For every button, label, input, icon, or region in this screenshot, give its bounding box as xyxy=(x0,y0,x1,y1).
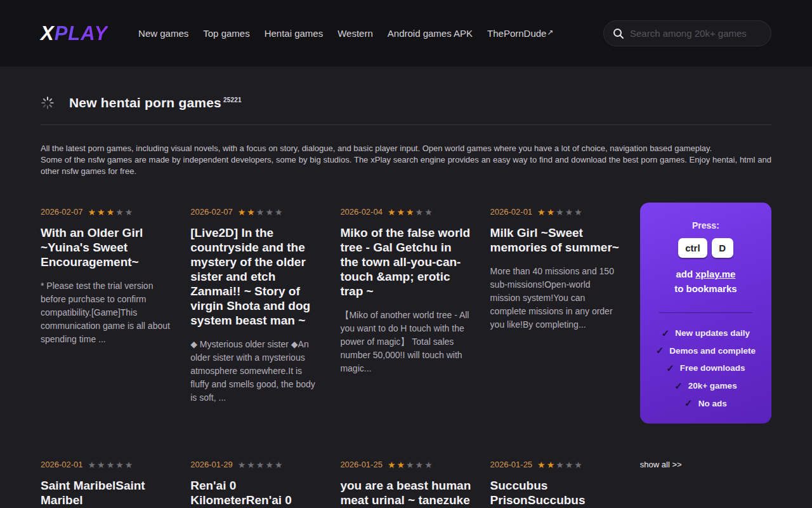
card-meta: 2026-01-25★★★★★ xyxy=(490,460,622,469)
star-filled-icon: ★ xyxy=(547,207,556,217)
search-icon xyxy=(613,28,624,39)
checkmark-icon: ✓ xyxy=(684,398,693,409)
checkmark-icon: ✓ xyxy=(666,363,674,374)
card-date: 2026-02-07 xyxy=(41,207,83,217)
star-empty-icon: ★ xyxy=(115,207,125,217)
star-filled-icon: ★ xyxy=(537,460,547,470)
star-empty-icon: ★ xyxy=(125,460,134,470)
game-description: 【Miko of another world tree - All you wa… xyxy=(340,309,471,375)
nav-item-hentai-games[interactable]: Hentai games xyxy=(265,28,324,39)
star-filled-icon: ★ xyxy=(547,460,556,470)
star-filled-icon: ★ xyxy=(537,207,547,217)
promo-feature: ✓No ads xyxy=(684,394,727,412)
card-date: 2026-01-25 xyxy=(340,460,383,469)
star-empty-icon: ★ xyxy=(275,460,284,470)
star-empty-icon: ★ xyxy=(424,460,434,470)
show-all-link[interactable]: show all >> xyxy=(640,455,771,469)
nav-item-new-games[interactable]: New games xyxy=(138,28,188,39)
star-filled-icon: ★ xyxy=(406,207,416,217)
star-filled-icon: ★ xyxy=(107,207,116,217)
card-meta: 2026-02-01★★★★★ xyxy=(41,460,172,469)
card-meta: 2026-02-01★★★★★ xyxy=(490,207,622,217)
promo-keys: ctrl D xyxy=(678,238,733,258)
search-box[interactable] xyxy=(603,20,771,46)
nav-item-top-games[interactable]: Top games xyxy=(203,28,249,39)
star-rating: ★★★★★ xyxy=(88,460,134,469)
promo-press-label: Press: xyxy=(692,220,719,231)
star-empty-icon: ★ xyxy=(97,460,107,470)
page-title: New hentai porn games25221 xyxy=(69,95,242,110)
game-card: 2026-01-29★★★★★Ren'ai 0 KilometerRen'ai … xyxy=(190,455,322,508)
promo-feature-label: New updates daily xyxy=(675,328,750,338)
nav-item-android-games-apk[interactable]: Android games APK xyxy=(388,28,473,39)
logo-x: X xyxy=(41,22,55,44)
star-filled-icon: ★ xyxy=(88,207,98,217)
main-content: New hentai porn games25221 All the lates… xyxy=(0,67,812,508)
game-card: 2026-01-25★★★★★Succubus PrisonSuccubus P… xyxy=(490,455,622,508)
promo-feature: ✓Demos and complete xyxy=(656,342,756,360)
game-card: 2026-02-01★★★★★Milk Girl ~Sweet memories… xyxy=(490,203,622,424)
promo-feature-label: No ads xyxy=(698,399,727,408)
d-keycap: D xyxy=(712,238,733,258)
star-empty-icon: ★ xyxy=(115,460,125,470)
star-empty-icon: ★ xyxy=(238,460,247,470)
nav-item-western[interactable]: Western xyxy=(337,28,373,39)
star-empty-icon: ★ xyxy=(125,207,134,217)
promo-feature: ✓20k+ games xyxy=(674,377,737,395)
star-empty-icon: ★ xyxy=(574,460,584,470)
xplay-me-link[interactable]: xplay.me xyxy=(695,269,735,279)
top-navbar: XPLAY New gamesTop gamesHentai gamesWest… xyxy=(0,0,812,67)
game-card: 2026-02-07★★★★★[Live2D] In the countrysi… xyxy=(190,203,322,424)
game-title-link[interactable]: Miko of the false world tree - Gal Getch… xyxy=(340,225,471,298)
search-input[interactable] xyxy=(630,28,762,39)
site-logo[interactable]: XPLAY xyxy=(41,22,108,45)
star-rating: ★★★★★ xyxy=(388,208,434,217)
loading-spinner-icon xyxy=(41,96,55,110)
checkmark-icon: ✓ xyxy=(656,345,664,356)
star-filled-icon: ★ xyxy=(247,207,256,217)
promo-feature: ✓Free downloads xyxy=(666,359,745,377)
star-rating: ★★★★★ xyxy=(88,208,134,217)
star-empty-icon: ★ xyxy=(556,460,565,470)
nav-item-theporndude[interactable]: ThePornDude↗ xyxy=(487,28,553,39)
star-filled-icon: ★ xyxy=(238,207,247,217)
game-description: * Please test the trial version before p… xyxy=(41,279,172,346)
star-filled-icon: ★ xyxy=(388,460,397,470)
checkmark-icon: ✓ xyxy=(662,328,670,339)
star-empty-icon: ★ xyxy=(256,207,266,217)
card-meta: 2026-01-25★★★★★ xyxy=(340,460,471,469)
promo-feature-label: Free downloads xyxy=(680,363,745,373)
game-title-link[interactable]: Succubus PrisonSuccubus Prison xyxy=(490,478,622,508)
title-divider xyxy=(41,124,771,125)
card-date: 2026-02-01 xyxy=(41,460,83,469)
card-meta: 2026-02-07★★★★★ xyxy=(190,207,322,217)
star-empty-icon: ★ xyxy=(424,207,434,217)
bookmark-promo-box: Press: ctrl D add xplay.me to bookmarks … xyxy=(640,203,771,424)
game-card: 2026-02-07★★★★★With an Older Girl ~Yuina… xyxy=(41,203,172,424)
card-date: 2026-02-07 xyxy=(190,207,233,217)
show-all-cell: show all >> xyxy=(640,455,771,508)
game-title-link[interactable]: [Live2D] In the countryside and the myst… xyxy=(190,225,322,328)
card-meta: 2026-02-07★★★★★ xyxy=(41,207,172,217)
logo-play: PLAY xyxy=(55,22,108,44)
game-title-link[interactable]: you are a beast human meat urinal ~ tane… xyxy=(340,478,471,508)
game-title-link[interactable]: Milk Girl ~Sweet memories of summer~ xyxy=(490,225,622,255)
games-grid: 2026-02-07★★★★★With an Older Girl ~Yuina… xyxy=(41,203,771,508)
card-date: 2026-01-29 xyxy=(190,460,233,469)
game-title-link[interactable]: Saint MaribelSaint Maribel xyxy=(41,478,172,507)
star-empty-icon: ★ xyxy=(107,460,116,470)
card-meta: 2026-02-04★★★★★ xyxy=(340,207,471,217)
game-card: 2026-02-01★★★★★Saint MaribelSaint Maribe… xyxy=(41,455,172,508)
games-count-badge: 25221 xyxy=(223,97,242,104)
star-rating: ★★★★★ xyxy=(238,208,284,217)
game-description: More than 40 missions and 150 sub-missio… xyxy=(490,265,622,331)
game-card: 2026-01-25★★★★★you are a beast human mea… xyxy=(340,455,471,508)
intro-text-line1: All the latest porn games, including vis… xyxy=(41,143,771,154)
game-title-link[interactable]: With an Older Girl ~Yuina's Sweet Encour… xyxy=(41,225,172,269)
star-filled-icon: ★ xyxy=(97,207,107,217)
star-filled-icon: ★ xyxy=(396,207,406,217)
star-rating: ★★★★★ xyxy=(238,460,284,469)
main-nav: New gamesTop gamesHentai gamesWesternAnd… xyxy=(138,28,603,39)
game-title-link[interactable]: Ren'ai 0 KilometerRen'ai 0 Kilometer xyxy=(190,478,322,508)
promo-feature-label: Demos and complete xyxy=(669,346,756,356)
